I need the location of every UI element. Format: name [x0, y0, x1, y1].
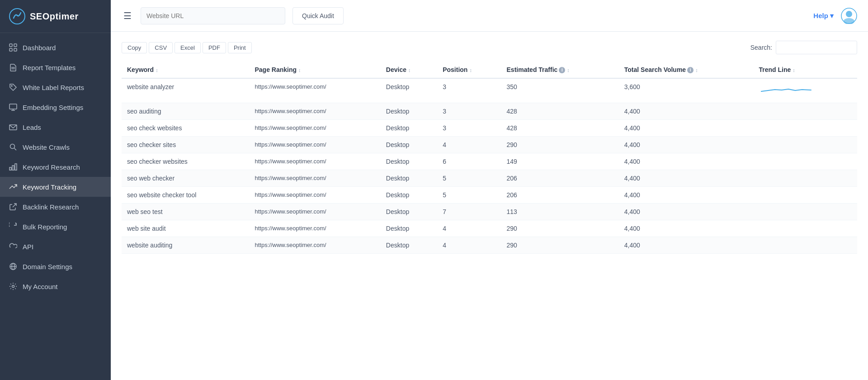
cell-estimated_traffic: 290	[501, 220, 619, 237]
hamburger-button[interactable]: ☰	[122, 9, 133, 23]
svg-rect-8	[9, 104, 17, 109]
svg-rect-1	[9, 44, 12, 47]
cell-page_ranking: https://www.seoptimer.com/	[250, 237, 381, 254]
table-row: web site audithttps://www.seoptimer.com/…	[122, 220, 857, 237]
cell-device: Desktop	[381, 120, 437, 137]
sidebar: SEOptimer Dashboard Report Templates Whi…	[0, 0, 111, 380]
cell-trend-line	[754, 103, 857, 120]
sidebar-item-my-account[interactable]: My Account	[0, 276, 111, 296]
svg-point-7	[11, 86, 12, 86]
cell-page_ranking: https://www.seoptimer.com/	[250, 120, 381, 137]
info-icon-estimated_traffic[interactable]: i	[559, 67, 565, 73]
sidebar-item-white-label-reports[interactable]: White Label Reports	[0, 77, 111, 97]
cell-trend-line	[754, 153, 857, 170]
sort-icon-trend_line[interactable]: ↕	[793, 67, 795, 73]
cell-position: 4	[437, 137, 501, 153]
cell-device: Desktop	[381, 237, 437, 254]
table-row: web seo testhttps://www.seoptimer.com/De…	[122, 204, 857, 220]
table-row: website analyzerhttps://www.seoptimer.co…	[122, 78, 857, 103]
svg-line-17	[13, 204, 16, 207]
cell-trend-line	[754, 170, 857, 187]
table-row: seo checker siteshttps://www.seoptimer.c…	[122, 137, 857, 153]
sidebar-item-keyword-research[interactable]: Keyword Research	[0, 157, 111, 177]
search-icon	[9, 143, 17, 151]
sidebar-navigation: Dashboard Report Templates White Label R…	[0, 33, 111, 380]
cell-trend-line	[754, 120, 857, 137]
col-total_search_volume[interactable]: Total Search Volumei↕	[619, 62, 754, 78]
svg-point-0	[9, 9, 25, 24]
search-input[interactable]	[776, 41, 857, 54]
col-page_ranking[interactable]: Page Ranking↕	[250, 62, 381, 78]
quick-audit-button[interactable]: Quick Audit	[292, 7, 344, 24]
cell-total_search_volume: 4,400	[619, 120, 754, 137]
sidebar-item-label: White Label Reports	[23, 84, 84, 91]
sidebar-item-domain-settings[interactable]: Domain Settings	[0, 256, 111, 276]
cell-trend-line	[754, 78, 857, 103]
globe-icon	[9, 262, 17, 271]
cell-position: 5	[437, 187, 501, 204]
cell-keyword: seo checker sites	[122, 137, 250, 153]
cell-device: Desktop	[381, 103, 437, 120]
col-position[interactable]: Position↕	[437, 62, 501, 78]
print-button[interactable]: Print	[228, 42, 252, 53]
help-button[interactable]: Help ▾	[813, 12, 834, 20]
copy-button[interactable]: Copy	[122, 42, 147, 53]
sidebar-item-embedding-settings[interactable]: Embedding Settings	[0, 97, 111, 117]
sidebar-item-keyword-tracking[interactable]: Keyword Tracking	[0, 177, 111, 197]
cell-trend-line	[754, 220, 857, 237]
sidebar-item-dashboard[interactable]: Dashboard	[0, 38, 111, 57]
cell-position: 7	[437, 204, 501, 220]
csv-button[interactable]: CSV	[149, 42, 173, 53]
table-row: seo checker websiteshttps://www.seoptime…	[122, 153, 857, 170]
user-avatar-icon[interactable]	[841, 8, 857, 24]
cell-keyword: web site audit	[122, 220, 250, 237]
sidebar-item-label: Website Crawls	[23, 143, 70, 151]
cell-device: Desktop	[381, 170, 437, 187]
cell-device: Desktop	[381, 187, 437, 204]
pdf-button[interactable]: PDF	[203, 42, 226, 53]
trend-line-chart	[759, 83, 813, 97]
cell-estimated_traffic: 350	[501, 78, 619, 103]
sidebar-item-label: Backlink Research	[23, 203, 79, 211]
sidebar-item-api[interactable]: API	[0, 237, 111, 256]
sort-icon-position[interactable]: ↕	[469, 67, 472, 73]
cell-total_search_volume: 4,400	[619, 153, 754, 170]
sort-icon-estimated_traffic[interactable]: ↕	[567, 67, 570, 73]
svg-rect-3	[9, 48, 12, 51]
info-icon-total_search_volume[interactable]: i	[687, 67, 693, 73]
sidebar-item-backlink-research[interactable]: Backlink Research	[0, 197, 111, 217]
col-keyword[interactable]: Keyword↕	[122, 62, 250, 78]
refresh-icon	[9, 223, 17, 231]
sort-icon-page_ranking[interactable]: ↕	[298, 67, 301, 73]
sort-icon-total_search_volume[interactable]: ↕	[695, 67, 698, 73]
cell-estimated_traffic: 206	[501, 187, 619, 204]
sort-icon-keyword[interactable]: ↕	[156, 67, 158, 73]
sidebar-item-leads[interactable]: Leads	[0, 117, 111, 137]
cell-trend-line	[754, 187, 857, 204]
url-input[interactable]	[141, 7, 285, 24]
cell-total_search_volume: 4,400	[619, 170, 754, 187]
col-trend_line[interactable]: Trend Line↕	[754, 62, 857, 78]
cell-trend-line	[754, 137, 857, 153]
svg-rect-4	[14, 48, 17, 51]
trending-up-icon	[9, 183, 17, 191]
sidebar-item-label: API	[23, 243, 33, 251]
cell-estimated_traffic: 290	[501, 237, 619, 254]
sort-icon-device[interactable]: ↕	[408, 67, 411, 73]
bar-chart-icon	[9, 163, 17, 171]
seoptimer-logo-icon	[9, 8, 25, 24]
col-estimated_traffic[interactable]: Estimated Traffici↕	[501, 62, 619, 78]
excel-button[interactable]: Excel	[175, 42, 201, 53]
cell-page_ranking: https://www.seoptimer.com/	[250, 170, 381, 187]
cell-page_ranking: https://www.seoptimer.com/	[250, 153, 381, 170]
col-device[interactable]: Device↕	[381, 62, 437, 78]
sidebar-item-website-crawls[interactable]: Website Crawls	[0, 137, 111, 157]
sidebar-logo: SEOptimer	[0, 0, 111, 33]
logo-text: SEOptimer	[30, 11, 79, 22]
sidebar-item-bulk-reporting[interactable]: Bulk Reporting	[0, 217, 111, 237]
cell-position: 3	[437, 103, 501, 120]
sidebar-item-report-templates[interactable]: Report Templates	[0, 57, 111, 77]
file-text-icon	[9, 63, 17, 71]
main-content: CopyCSVExcelPDFPrint Search: Keyword↕Pag…	[111, 32, 868, 380]
cell-estimated_traffic: 206	[501, 170, 619, 187]
